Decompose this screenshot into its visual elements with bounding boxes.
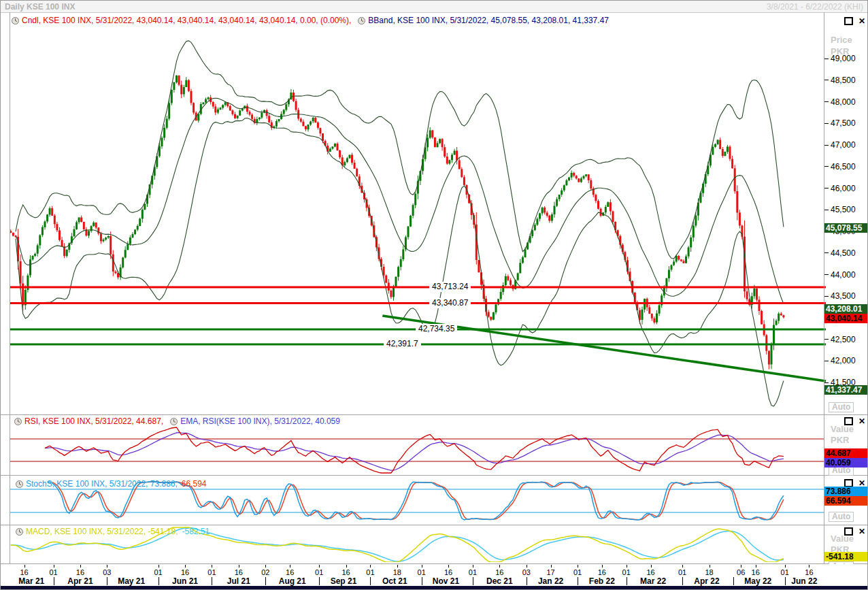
price-axis-tick-mark [824,210,829,210]
value-badge: 43,040.14 [824,314,868,323]
xaxis-minor-label: 01 [418,568,426,576]
price-axis-tick-label: 45,500 [831,205,856,214]
price-legend[interactable]: Cndl, KSE 100 INX, 5/31/2022, 43,040.14,… [12,16,616,25]
stoch-d-legend-text: 66.594 [182,479,207,489]
xaxis-minor-tick-mark [370,565,371,568]
plot-left-border [10,12,10,563]
price-axis-tick-label: 42,000 [831,356,856,365]
price-axis-tick-mark [824,123,829,124]
value-badge: 44.687 [824,448,868,458]
panel-separator[interactable] [1,475,868,476]
stoch-legend[interactable]: StochS, KSE 100 INX, 5/31/2022, 73.886, … [16,479,214,489]
close-icon[interactable]: ✕ [858,18,865,24]
xaxis-minor-label: 01 [573,568,582,576]
xaxis-minor-label: 06 [737,568,745,576]
xaxis-minor-label: 16 [76,568,84,576]
xaxis-minor-label: 16 [805,568,813,576]
xaxis-month-separator [785,577,786,585]
price-auto-button[interactable]: Auto [829,402,854,412]
xaxis-minor-label: 17 [546,568,554,576]
hline-label[interactable]: 43,713.24 [429,282,471,292]
xaxis-minor-tick-mark [710,565,710,568]
xaxis-minor-tick-mark [265,565,266,568]
chart-canvas[interactable] [1,1,868,590]
macd-legend-text: MACD, KSE 100 INX, 5/31/2022, -541.18, [26,527,178,536]
xaxis-minor-label: 03 [103,568,111,576]
hline-label[interactable]: 42,734.35 [416,324,457,334]
price-axis-tick-mark [824,382,829,383]
hline-label[interactable]: 42,391.7 [384,339,421,349]
clock-icon [16,528,23,536]
time-axis[interactable]: 1601160301160116021601160118011601160317… [1,564,868,586]
xaxis-minor-label: 18 [705,568,713,576]
value-badge: 40.059 [824,458,868,468]
price-axis-tick-label: 49,000 [831,54,856,63]
panel-separator[interactable] [1,414,868,415]
value-badge: 45,078.55 [824,223,868,233]
xaxis-minor-tick-mark [422,565,422,568]
xaxis-minor-tick-mark [158,565,159,568]
xaxis-month-label: Jun 21 [172,576,198,586]
macd-legend[interactable]: MACD, KSE 100 INX, 5/31/2022, -541.18, -… [16,527,216,536]
price-axis-tick-label: 43,500 [831,291,856,301]
xaxis-minor-tick-mark [319,565,320,568]
xaxis-minor-label: 16 [598,568,606,576]
xaxis-minor-label: 16 [752,568,760,576]
xaxis-month-label: Jan 22 [538,576,563,586]
axis-strip-border [824,12,824,563]
xaxis-month-separator [370,577,371,585]
close-icon[interactable]: ✕ [858,418,865,425]
xaxis-minor-tick-mark [499,565,500,568]
hline-label[interactable]: 43,340.87 [429,298,471,308]
macd-axis-title: Value [831,534,854,544]
xaxis-minor-tick-mark [602,565,603,568]
price-axis-tick-mark [824,296,829,297]
value-badge: 41,337.47 [824,385,868,395]
stoch-legend-text: StochS, KSE 100 INX, 5/31/2022, 73.886, [26,479,178,489]
xaxis-minor-tick-mark [54,565,54,568]
close-icon[interactable]: ✕ [858,480,865,487]
xaxis-minor-tick-mark [346,565,347,568]
xaxis-minor-tick-mark [185,565,186,568]
price-axis-tick-label: 46,500 [831,162,856,171]
xaxis-month-label: Sep 21 [331,576,357,586]
xaxis-minor-tick-mark [473,565,473,568]
xaxis-month-label: Apr 22 [694,576,719,586]
title-bar[interactable]: Daily KSE 100 INX 3/8/2021 - 6/22/2022 (… [1,1,867,13]
price-axis-tick-mark [824,252,829,253]
candles-up-wicks [25,75,778,369]
xaxis-minor-tick-mark [527,565,527,568]
xaxis-minor-tick-mark [107,565,107,568]
close-icon[interactable]: ✕ [858,528,865,535]
rsi-axis-title: Value [831,424,854,434]
xaxis-month-label: Jun 22 [791,576,817,586]
xaxis-minor-tick-mark [239,565,239,568]
clock-icon [14,418,22,425]
price-axis-tick-mark [824,166,829,167]
rsi-legend[interactable]: RSI, KSE 100 INX, 5/31/2022, 44.687, EMA… [14,416,347,426]
maximize-icon[interactable] [844,17,853,25]
xaxis-minor-tick-mark [578,565,578,568]
xaxis-minor-tick-mark [290,565,290,568]
xaxis-minor-tick-mark [682,565,683,568]
xaxis-month-separator [265,577,266,585]
xaxis-month-label: Mar 21 [18,576,44,586]
xaxis-month-separator [158,577,159,585]
candles-down-wicks [11,76,784,370]
xaxis-month-label: May 22 [744,576,771,586]
xaxis-month-label: Jul 21 [227,576,250,586]
price-axis-tick-mark [824,101,829,102]
panel-separator[interactable] [1,525,868,525]
xaxis-month-separator [473,577,473,585]
xaxis-month-label: Oct 21 [382,576,407,586]
xaxis-minor-label: 16 [444,568,452,576]
xaxis-minor-label: 01 [678,568,686,576]
xaxis-month-separator [733,577,734,585]
stoch-auto-button[interactable]: Auto [829,512,854,522]
value-badge: 66.594 [824,496,868,506]
xaxis-month-separator [627,577,627,585]
rsi-ema-line [45,433,784,471]
price-axis-tick-label: 48,000 [831,97,856,107]
value-badge: -541.18 [824,552,868,561]
clock-icon [170,418,178,425]
